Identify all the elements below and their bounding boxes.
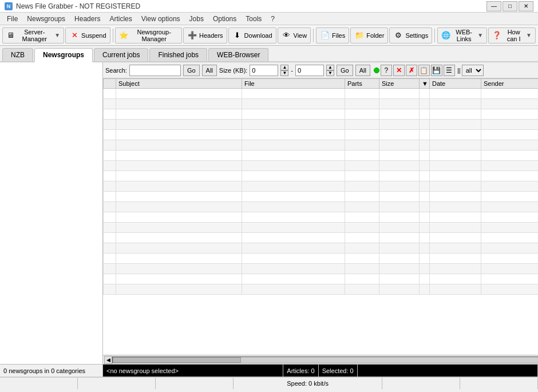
tab-current-jobs[interactable]: Current jobs <box>94 48 148 61</box>
save-icon-btn[interactable]: 💾 <box>431 65 442 76</box>
size-to-down[interactable]: ▼ <box>326 70 334 76</box>
main-area: Search: Go All Size (KB): ▲ ▼ - ▲ ▼ Go A… <box>0 62 538 364</box>
table-row <box>104 202 539 212</box>
tab-finished-jobs[interactable]: Finished jobs <box>149 48 207 61</box>
delete-icon-btn[interactable]: ✗ <box>406 65 417 76</box>
settings-icon: ⚙ <box>393 30 404 41</box>
menu-help[interactable]: ? <box>266 14 279 24</box>
size-go-button[interactable]: Go <box>337 65 353 76</box>
filter-dropdown[interactable]: all <box>462 65 484 76</box>
menu-tools[interactable]: Tools <box>241 14 266 24</box>
scroll-thumb[interactable] <box>113 357 241 363</box>
col-header-sender[interactable]: Sender <box>481 79 539 89</box>
folder-button[interactable]: 📁 Folder <box>350 27 388 43</box>
howcani-dropdown-icon: ▼ <box>526 32 532 38</box>
download-button[interactable]: ⬇ Download <box>228 27 276 43</box>
status-selected: Selected: 0 <box>319 365 358 377</box>
search-label: Search: <box>105 67 127 74</box>
table-row <box>104 151 539 161</box>
menu-options[interactable]: Options <box>208 14 241 24</box>
headers-icon: ➕ <box>187 30 197 41</box>
left-panel <box>0 62 103 364</box>
tab-nzb[interactable]: NZB <box>2 48 33 61</box>
tab-web-browser[interactable]: WEB-Browser <box>208 48 268 61</box>
download-icon: ⬇ <box>232 30 243 41</box>
col-header-date[interactable]: Date <box>430 79 481 89</box>
col-header-parts[interactable]: Parts <box>345 79 379 89</box>
minimize-button[interactable]: — <box>486 1 501 11</box>
size-from-up[interactable]: ▲ <box>280 65 288 70</box>
howcani-button[interactable]: ❓ How can I ▼ <box>488 27 536 43</box>
menu-articles[interactable]: Articles <box>105 14 136 24</box>
server-manager-dropdown-icon: ▼ <box>54 32 60 38</box>
suspend-button[interactable]: ✕ Suspend <box>65 27 110 43</box>
table-row <box>104 120 539 130</box>
files-button[interactable]: 📄 Files <box>316 27 349 43</box>
newsgroup-manager-button[interactable]: ⭐ Newsgroup-Manager <box>115 27 182 43</box>
close-button[interactable]: ✕ <box>519 1 533 11</box>
bottom-section-3 <box>156 378 234 389</box>
menu-file[interactable]: File <box>2 14 22 24</box>
help-icon-btn[interactable]: ? <box>381 65 392 76</box>
menu-newsgroups[interactable]: Newsgroups <box>22 14 70 24</box>
menu-headers[interactable]: Headers <box>70 14 105 24</box>
titlebar-left: N News File Grabber - NOT REGISTERED <box>5 2 140 10</box>
table-container[interactable]: Subject File Parts Size ▼ Date Sender <box>103 78 538 355</box>
search-go-button[interactable]: Go <box>183 65 200 76</box>
col-header-file[interactable]: File <box>242 79 345 89</box>
menu-icon-btn[interactable]: ☰ <box>444 65 455 76</box>
size-to-input[interactable] <box>295 65 324 76</box>
server-manager-button[interactable]: 🖥 Server-Manager ▼ <box>2 27 64 43</box>
scroll-track[interactable] <box>112 357 538 363</box>
menu-jobs[interactable]: Jobs <box>185 14 208 24</box>
table-row <box>104 243 539 254</box>
settings-button[interactable]: ⚙ Settings <box>389 27 432 43</box>
col-header-sort[interactable]: ▼ <box>420 79 430 89</box>
bottom-speed: Speed: 0 kbit/s <box>234 378 382 389</box>
menu-view-options[interactable]: View options <box>137 14 185 24</box>
toolbar-separator-2 <box>313 29 314 42</box>
titlebar-controls: — □ ✕ <box>486 1 533 11</box>
table-row <box>104 212 539 223</box>
filter-icons: ? ✕ ✗ 📋 💾 ☰ || all <box>374 65 484 76</box>
status-selected-newsgroup: <no newsgroup selected> <box>103 365 283 377</box>
status-green-icon <box>374 68 379 73</box>
bottom-section-1 <box>0 378 78 389</box>
size-from-down[interactable]: ▼ <box>280 70 288 76</box>
table-body <box>104 89 539 295</box>
size-all-button[interactable]: All <box>355 65 370 76</box>
table-row <box>104 99 539 109</box>
headers-button[interactable]: ➕ Headers <box>183 27 227 43</box>
table-row <box>104 274 539 284</box>
maximize-button[interactable]: □ <box>503 1 517 11</box>
files-icon: 📄 <box>320 30 330 41</box>
toolbar-separator-1 <box>113 29 113 42</box>
table-row <box>104 161 539 171</box>
copy-icon-btn[interactable]: 📋 <box>418 65 430 76</box>
view-button[interactable]: 👁 View <box>278 27 311 43</box>
col-header-subject[interactable]: Subject <box>116 79 242 89</box>
bottom-section-2 <box>78 378 156 389</box>
server-manager-icon: 🖥 <box>6 30 14 41</box>
col-header-check[interactable] <box>104 79 116 89</box>
table-row <box>104 223 539 233</box>
tab-newsgroups[interactable]: Newsgroups <box>34 48 93 62</box>
table-row <box>104 171 539 181</box>
tab-bar: NZB Newsgroups Current jobs Finished job… <box>0 46 538 62</box>
titlebar-title: News File Grabber - NOT REGISTERED <box>16 2 140 10</box>
scroll-left-arrow[interactable]: ◀ <box>104 356 112 364</box>
search-all-button[interactable]: All <box>202 65 217 76</box>
articles-table: Subject File Parts Size ▼ Date Sender <box>103 78 538 295</box>
table-row <box>104 130 539 140</box>
status-articles: Articles: 0 <box>283 365 318 377</box>
weblinks-button[interactable]: 🌐 WEB-Links ▼ <box>437 27 487 43</box>
size-to-up[interactable]: ▲ <box>326 65 334 70</box>
filter-x-icon-btn[interactable]: ✕ <box>393 65 405 76</box>
size-from-input[interactable] <box>250 65 278 76</box>
col-header-size[interactable]: Size <box>379 79 420 89</box>
table-row <box>104 89 539 99</box>
horizontal-scrollbar[interactable]: ◀ ▶ <box>103 355 538 364</box>
search-input[interactable] <box>129 65 181 76</box>
table-header-row: Subject File Parts Size ▼ Date Sender <box>104 79 539 89</box>
bottom-section-6 <box>460 378 538 389</box>
